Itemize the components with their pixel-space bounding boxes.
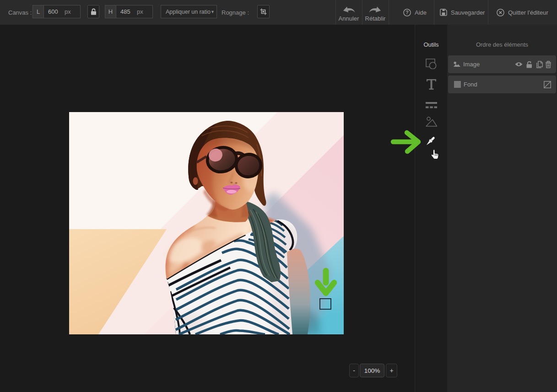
svg-text:?: ? [406,10,408,15]
